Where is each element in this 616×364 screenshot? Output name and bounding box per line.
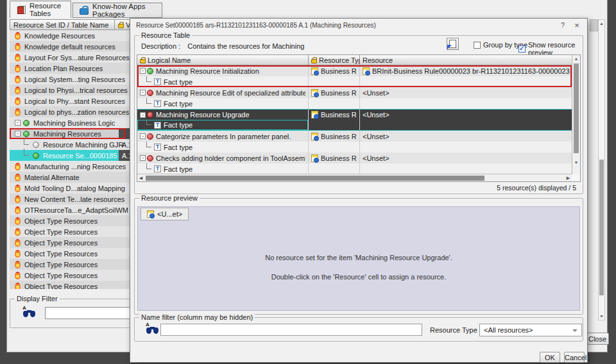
resource-type-cell[interactable]: Business Rule [309, 110, 360, 120]
tree-item[interactable]: Logical System...ting Resources [10, 74, 135, 85]
tree-item[interactable]: Resource Se...0000185 A.1A.1 [10, 150, 135, 161]
tree-item[interactable]: Mold Tooling D...atalog Mapping [10, 183, 135, 194]
tree-item[interactable]: Object Type Resources [10, 281, 135, 289]
tab-know-how-apps-packages[interactable]: Know-how Apps Packages [73, 3, 162, 18]
resource-row[interactable]: Checks adding holder component in ToolAs… [137, 153, 580, 163]
expander-icon[interactable] [140, 155, 146, 161]
fact-type-cell[interactable]: Fact type [137, 98, 309, 109]
resource-row[interactable]: Machining Resource UpgradeBusiness Rule<… [137, 109, 580, 120]
fact-type-row[interactable]: Fact type [137, 120, 580, 131]
resource-cell[interactable]: <Unset> [360, 131, 580, 142]
logical-name-cell[interactable]: Categorize parameters In parameter panel… [137, 131, 309, 142]
column-header-resource[interactable]: Resource [360, 55, 580, 65]
scroll-right-icon[interactable] [565, 174, 572, 181]
expander-icon[interactable] [140, 68, 146, 74]
preview-unset-tab[interactable]: <U...et> [141, 208, 189, 220]
logical-name-cell[interactable]: Checks adding holder component in ToolAs… [137, 153, 309, 163]
tree-item[interactable]: Object Type Resources [10, 270, 135, 281]
tree-item[interactable]: Logical to phys...zation resources [10, 106, 135, 117]
gear-green-icon [33, 153, 39, 159]
ok-button[interactable]: OK [540, 352, 560, 363]
checkbox-icon[interactable] [474, 42, 481, 49]
tree-item-label: Object Type Resources [24, 283, 98, 290]
scroll-down-icon[interactable] [599, 313, 604, 320]
scrollbar-thumb[interactable] [146, 176, 484, 181]
scroll-down-icon[interactable] [572, 159, 580, 166]
business-rule-icon [311, 133, 318, 140]
column-header-resource-type[interactable]: Resource Type [309, 55, 360, 65]
resource-row[interactable]: Categorize parameters In parameter panel… [137, 131, 580, 142]
expander-icon[interactable] [140, 112, 146, 118]
close-button[interactable]: Close [586, 333, 609, 345]
tree-item[interactable]: Manufacturing ...ning Resources [10, 161, 135, 172]
logical-name-cell[interactable]: Machining Resource Upgrade [137, 110, 309, 120]
tree-item[interactable]: OTResourceTa...e_AdaptSoilWM [10, 204, 135, 215]
expander-icon[interactable] [140, 90, 146, 95]
tab-resource-tables[interactable]: Resource Tables [10, 1, 71, 18]
tree-item[interactable]: Layout For Sys...ature Resources [10, 52, 135, 63]
fact-type-row[interactable]: Fact type [137, 76, 580, 87]
tree-item-label: Resource Se...0000185 A.1 [43, 152, 130, 160]
column-header-resource-set-id[interactable]: Resource Set ID / Table Name [10, 19, 115, 30]
resource-type-cell[interactable]: Business Rule [309, 153, 360, 163]
fact-type-cell[interactable]: Fact type [137, 76, 309, 87]
tree-item[interactable]: Material Alternate [10, 172, 135, 183]
tree-item[interactable]: Logical to Physi...trical resources [10, 85, 135, 95]
name-filter-input[interactable] [160, 324, 422, 336]
fact-type-row[interactable]: Fact type [137, 98, 580, 109]
fact-type-cell[interactable]: Fact type [137, 163, 309, 174]
resource-type-label: Business Rule [321, 67, 357, 75]
resource-cell[interactable]: <Unset> [360, 87, 580, 98]
fact-type-cell[interactable]: Fact type [137, 142, 309, 153]
tree-item[interactable]: Object Type Resources [10, 226, 135, 237]
export-report-button[interactable] [447, 38, 459, 50]
resource-row[interactable]: Machining Resource Edit of specialized a… [137, 87, 580, 98]
dialog-close-icon[interactable]: × [572, 21, 582, 30]
expander-icon[interactable] [140, 133, 146, 139]
tree-item[interactable]: Machining Business Logic [10, 117, 135, 128]
cancel-button[interactable]: Cancel [564, 352, 585, 363]
scroll-up-icon[interactable] [599, 20, 604, 27]
resource-cell[interactable]: <Unset> [360, 110, 580, 120]
logical-name-cell[interactable]: Machining Resource Edit of specialized a… [137, 87, 309, 98]
help-button[interactable]: ? [558, 21, 568, 30]
resource-row[interactable]: Machining Resource InitializationBusines… [137, 65, 580, 76]
fact-type-row[interactable]: Fact type [137, 142, 580, 153]
resource-cell[interactable]: BRInit-Business Rule00000023 br-R1132101… [360, 65, 580, 76]
display-filter-input[interactable] [45, 307, 133, 319]
tree-item[interactable]: Object Type Resources [10, 237, 135, 248]
tree-item-label: Object Type Resources [24, 250, 98, 258]
flame-icon [15, 97, 21, 105]
tree-item[interactable]: New Content Te...late resources [10, 194, 135, 204]
expander-icon[interactable] [15, 120, 21, 126]
resource-type-cell[interactable]: Business Rule [309, 131, 360, 142]
checkbox-checked-icon[interactable] [518, 46, 526, 53]
expander-icon[interactable] [15, 131, 21, 136]
tree-item[interactable]: Object Type Resources [10, 248, 135, 259]
scrollbar-thumb[interactable] [574, 63, 579, 153]
scrollbar-thumb[interactable] [599, 160, 604, 295]
tree-item-label: Logical to Physi...trical resources [24, 87, 128, 94]
fact-type-row[interactable]: Fact type [137, 163, 580, 174]
table-vertical-scrollbar[interactable] [572, 55, 580, 174]
flame-icon [15, 250, 21, 258]
column-header-logical-name[interactable]: Logical Name [137, 55, 309, 65]
tree-item[interactable]: Location Plan Resources [10, 63, 135, 74]
table-horizontal-scrollbar[interactable] [137, 174, 572, 181]
resource-type-dropdown[interactable]: <All resources> [479, 324, 582, 336]
scroll-left-icon[interactable] [137, 174, 144, 181]
resource-type-cell[interactable]: Business Rule [309, 65, 360, 76]
window-vertical-scrollbar[interactable] [598, 19, 605, 320]
tree-item[interactable]: Object Type Resources [10, 215, 135, 226]
scroll-up-icon[interactable] [572, 55, 580, 62]
flame-icon [15, 163, 21, 170]
logical-name-cell[interactable]: Machining Resource Initialization [137, 65, 309, 76]
resource-type-cell[interactable]: Business Rule [309, 87, 360, 98]
tree-item[interactable]: Knowledge default resources [10, 41, 135, 52]
tree-item[interactable]: Logical to Phy...stant Resources [10, 95, 135, 106]
tree-item-label: New Content Te...late resources [24, 195, 124, 203]
fact-type-cell[interactable]: Fact type [137, 120, 309, 130]
tree-item[interactable]: Object Type Resources [10, 259, 135, 270]
resource-cell[interactable]: <Unset> [360, 153, 580, 163]
tree-item[interactable]: Knowledge Resources [10, 30, 135, 41]
